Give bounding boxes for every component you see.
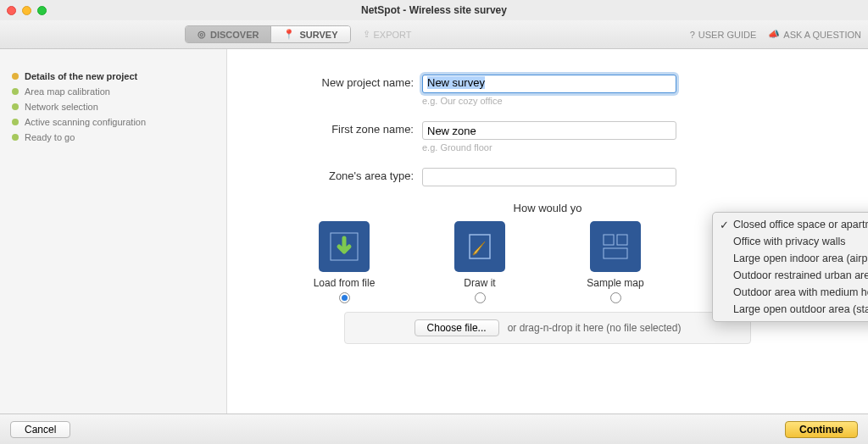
export-label: EXPORT	[374, 30, 412, 40]
map-option-sample-map[interactable]: Sample map	[573, 221, 658, 303]
map-radio-draw[interactable]	[475, 292, 486, 303]
area-type-label: Zone's area type:	[261, 168, 422, 182]
bullet-icon	[12, 73, 19, 80]
sidebar-step-network[interactable]: Network selection	[12, 102, 214, 112]
project-name-hint: e.g. Our cozy office	[422, 96, 676, 106]
load-file-icon	[319, 221, 370, 272]
dropdown-item-outdoor-urban[interactable]: Outdoor restrained urban area	[713, 267, 868, 284]
sidebar-step-ready[interactable]: Ready to go	[12, 132, 214, 142]
export-icon: ⇪	[363, 29, 370, 40]
help-icon: ?	[690, 30, 695, 40]
user-guide-button[interactable]: ? USER GUIDE	[690, 30, 757, 40]
svg-rect-3	[617, 235, 627, 245]
sidebar-step-scanning[interactable]: Active scanning configuration	[12, 117, 214, 127]
user-guide-label: USER GUIDE	[698, 30, 756, 40]
map-radio-sample[interactable]	[610, 292, 621, 303]
svg-rect-4	[604, 248, 627, 258]
zone-name-hint: e.g. Ground floor	[422, 142, 676, 153]
sidebar-step-calibration[interactable]: Area map calibration	[12, 86, 214, 97]
step-label: Ready to go	[25, 132, 75, 142]
export-button: ⇪ EXPORT	[363, 29, 412, 40]
map-option-draw-it[interactable]: Draw it	[437, 221, 522, 303]
draw-icon	[454, 221, 505, 272]
file-drop-row[interactable]: Choose file... or drag-n-drop it here (n…	[344, 312, 751, 344]
dropdown-item-outdoor-housing[interactable]: Outdoor area with medium housing density	[713, 284, 868, 301]
area-type-row: Zone's area type:	[261, 168, 834, 186]
step-label: Area map calibration	[25, 86, 110, 97]
discover-tab[interactable]: ◎ DISCOVER	[186, 26, 270, 42]
bullet-icon	[12, 119, 19, 125]
bullet-icon	[12, 103, 19, 110]
sidebar-step-details[interactable]: Details of the new project	[12, 71, 214, 81]
survey-label: SURVEY	[299, 30, 337, 40]
footer: Cancel Continue	[0, 413, 868, 444]
titlebar: NetSpot - Wireless site survey	[0, 0, 868, 20]
cancel-button[interactable]: Cancel	[10, 421, 70, 438]
window: NetSpot - Wireless site survey ◎ DISCOVE…	[0, 0, 868, 444]
bullet-icon	[12, 134, 19, 141]
sample-map-icon	[590, 221, 641, 272]
toolbar: ◎ DISCOVER 📍 SURVEY ⇪ EXPORT ? USER GUID…	[0, 20, 868, 49]
content-body: Details of the new project Area map cali…	[0, 49, 868, 413]
map-option-label: Draw it	[464, 277, 495, 289]
file-hint: or drag-n-drop it here (no file selected…	[508, 322, 682, 334]
zone-name-label: First zone name:	[261, 121, 422, 136]
zone-name-row: First zone name: e.g. Ground floor	[261, 121, 834, 153]
dropdown-item-closed-office[interactable]: Closed office space or apartment	[713, 216, 868, 233]
window-title: NetSpot - Wireless site survey	[0, 4, 868, 16]
area-type-select[interactable]	[422, 168, 676, 186]
zone-name-input[interactable]	[422, 121, 676, 140]
step-label: Network selection	[25, 102, 98, 112]
dropdown-item-privacy-walls[interactable]: Office with privacy walls	[713, 233, 868, 250]
svg-rect-2	[604, 235, 614, 245]
megaphone-icon: 📣	[768, 29, 780, 40]
dropdown-item-large-indoor[interactable]: Large open indoor area (airport, superma…	[713, 250, 868, 267]
project-name-input[interactable]: New survey	[422, 75, 676, 93]
area-type-dropdown: Closed office space or apartment Office …	[712, 212, 868, 322]
continue-button[interactable]: Continue	[785, 421, 858, 438]
pin-icon: 📍	[283, 29, 295, 40]
choose-file-button[interactable]: Choose file...	[415, 319, 499, 336]
mode-segmented-control: ◎ DISCOVER 📍 SURVEY	[185, 25, 351, 43]
step-label: Active scanning configuration	[25, 117, 146, 127]
project-name-row: New project name: New survey e.g. Our co…	[261, 75, 834, 106]
main-panel: New project name: New survey e.g. Our co…	[227, 49, 868, 413]
radar-icon: ◎	[198, 29, 206, 40]
ask-question-button[interactable]: 📣 ASK A QUESTION	[768, 29, 861, 40]
bullet-icon	[12, 88, 19, 95]
project-name-value: New survey	[427, 76, 485, 89]
discover-label: DISCOVER	[210, 30, 259, 40]
map-option-label: Load from file	[314, 277, 376, 289]
project-name-label: New project name:	[261, 75, 422, 89]
map-option-load-from-file[interactable]: Load from file	[302, 221, 387, 303]
dropdown-item-large-outdoor[interactable]: Large open outdoor area (stadium)	[713, 301, 868, 318]
map-option-label: Sample map	[587, 277, 643, 289]
map-radio-load[interactable]	[339, 292, 350, 303]
ask-label: ASK A QUESTION	[783, 30, 861, 40]
survey-tab[interactable]: 📍 SURVEY	[270, 26, 349, 42]
step-label: Details of the new project	[25, 71, 137, 81]
sidebar: Details of the new project Area map cali…	[0, 49, 227, 413]
